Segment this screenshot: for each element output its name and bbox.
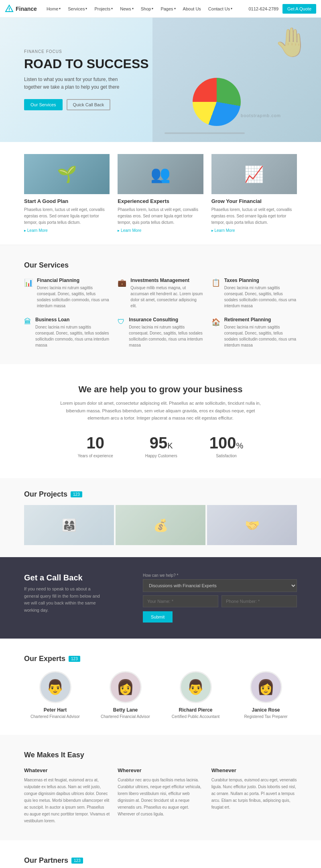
investments-icon: 💼 — [118, 278, 126, 309]
get-quote-button[interactable]: Get A Quote — [282, 4, 316, 14]
feature-card: 📈 Grow Your Financial Phasellus lorem, l… — [211, 154, 297, 233]
project-image-2: 💰 — [116, 505, 205, 545]
nav-links: Home ▾ Services ▾ Projects ▾ News ▾ Shop… — [43, 5, 249, 13]
nav-news[interactable]: News ▾ — [117, 5, 137, 13]
easy-grid: Whatever Maecenas et est feugiat, euismo… — [24, 767, 297, 824]
callback-description: If you need to speak to us about a gener… — [24, 586, 104, 614]
nav-pages[interactable]: Pages ▾ — [157, 5, 179, 13]
finance-icon: 💰 — [153, 518, 168, 532]
logo-icon — [5, 4, 14, 13]
service-desc-5: Donec lacinia mi rutrum sagittis consequ… — [129, 324, 203, 348]
projects-icon: 123 — [71, 491, 82, 497]
hero-decoration — [165, 132, 245, 134]
service-desc-2: Quisque mllib metus magna, ut accumsan e… — [130, 285, 203, 309]
expert-photo-4: 👩 — [257, 679, 275, 696]
service-desc-1: Donec lacinia mi rutrum sagittis consequ… — [37, 285, 110, 309]
callback-left: Get a Call Back If you need to speak to … — [24, 573, 127, 614]
expert-avatar-2: 👩 — [110, 671, 142, 703]
nav-right: 0112-624-2789 Get A Quote — [248, 4, 316, 14]
insurance-icon: 🛡 — [118, 318, 125, 348]
nav-shop[interactable]: Shop ▾ — [138, 5, 157, 13]
callback-submit-button[interactable]: Submit — [143, 611, 173, 623]
services-title: Our Services — [24, 261, 297, 270]
nav-projects[interactable]: Projects ▾ — [91, 5, 116, 13]
stat-item: 100% Satisfaction — [209, 434, 244, 458]
easy-col-desc-1: Maecenas et est feugiat, euismod arcu at… — [24, 777, 110, 824]
feature-image-1: 🌱 — [24, 154, 110, 194]
service-title-5: Insurance Consulting — [129, 317, 203, 322]
expert-card-3: 👨 Richard Pierce Certified Public Accoun… — [165, 671, 227, 719]
business-loan-icon: 🏛 — [24, 318, 31, 348]
stat-label-3: Satisfaction — [209, 454, 244, 458]
project-image-1: 👨‍👩‍👧 — [24, 505, 114, 545]
expert-role-1: Chartered Financial Advisor — [24, 714, 86, 719]
features-section: 🌱 Start A Good Plan Phasellus lorem, luc… — [0, 142, 321, 245]
chevron-icon: ▾ — [231, 7, 232, 10]
callback-name-input[interactable] — [143, 595, 218, 607]
callback-service-select[interactable]: Discussions with Financial Experts — [143, 579, 297, 592]
chevron-icon: ▾ — [152, 7, 153, 10]
expert-photo-1: 👨 — [46, 679, 64, 696]
site-logo[interactable]: Finance — [5, 4, 37, 13]
expert-card-4: 👩 Janice Rose Registered Tax Preparer — [235, 671, 297, 719]
expert-card-2: 👩 Betty Lane Chartered Financial Advisor — [94, 671, 156, 719]
plant-icon: 🌱 — [57, 165, 77, 184]
expert-photo-2: 👩 — [116, 679, 134, 696]
service-title-3: Taxes Planning — [224, 278, 297, 283]
hero-title: ROAD TO SUCCESS — [24, 57, 297, 71]
feature-desc-3: Phasellus lorem, luctus ut velit eget, c… — [211, 207, 297, 226]
expert-role-2: Chartered Financial Advisor — [94, 714, 156, 719]
stat-item: 10 Years of experience — [78, 434, 113, 458]
stat-label-1: Years of experience — [78, 454, 113, 458]
easy-title: We Makes It Easy — [24, 751, 297, 759]
nav-home[interactable]: Home ▾ — [43, 5, 64, 13]
callback-section: Get a Call Back If you need to speak to … — [0, 557, 321, 639]
feature-link-2[interactable]: ▸ Learn More — [118, 228, 203, 233]
hero-content: FINANCE FOCUS ROAD TO SUCCESS Listen to … — [0, 33, 321, 127]
our-services-button[interactable]: Our Services — [24, 99, 63, 110]
projects-grid: 👨‍👩‍👧 💰 🤝 — [24, 505, 297, 545]
partners-section: Our Partners 123 ⬡ envato ◈ EXCHANGE ◎ A… — [0, 840, 321, 868]
feature-link-3[interactable]: ▸ Learn More — [211, 228, 297, 233]
stats-section: We are help you to grow your business Lo… — [0, 364, 321, 478]
nav-services[interactable]: Services ▾ — [65, 5, 90, 13]
quick-callback-button[interactable]: Quick Call Back — [67, 99, 111, 110]
handshake-icon: 🤝 — [245, 518, 260, 532]
service-item: 📊 Financial Planning Donec lacinia mi ru… — [24, 278, 110, 309]
nav-contact[interactable]: Contact Us ▾ — [205, 5, 236, 13]
hero-subtitle: FINANCE FOCUS — [24, 49, 297, 54]
experts-grid: 👨 Peter Hart Chartered Financial Advisor… — [24, 671, 297, 719]
service-item: 🛡 Insurance Consulting Donec lacinia mi … — [118, 317, 203, 348]
hero-description: Listen to what you want for your future,… — [24, 76, 136, 91]
service-title-4: Business Loan — [35, 317, 110, 322]
taxes-icon: 📋 — [211, 278, 220, 309]
easy-col-desc-2: Curabitur nec arcu quis facilisis metus … — [118, 777, 203, 817]
expert-name-1: Peter Hart — [24, 707, 86, 713]
service-title-2: Investments Management — [130, 278, 203, 283]
financial-planning-icon: 📊 — [24, 278, 33, 309]
projects-section: Our Projects 123 👨‍👩‍👧 💰 🤝 — [0, 478, 321, 557]
service-item: 🏛 Business Loan Donec lacinia mi rutrum … — [24, 317, 110, 348]
easy-section: We Makes It Easy Whatever Maecenas et es… — [0, 735, 321, 840]
chevron-icon: ▾ — [111, 7, 113, 10]
nav-about[interactable]: About Us — [180, 5, 204, 13]
feature-link-1[interactable]: ▸ Learn More — [24, 228, 110, 233]
callback-title: Get a Call Back — [24, 573, 127, 582]
easy-col-3: Whenever Curabitur tempus, euismod arcu … — [211, 767, 297, 824]
callback-phone-input[interactable] — [221, 595, 297, 607]
callback-help-label: How can we help? * — [143, 573, 297, 578]
stat-number-3: 100% — [209, 434, 244, 452]
project-image-3: 🤝 — [207, 505, 297, 545]
easy-col-1: Whatever Maecenas et est feugiat, euismo… — [24, 767, 110, 824]
services-section: Our Services 📊 Financial Planning Donec … — [0, 245, 321, 364]
feature-image-3: 📈 — [211, 154, 297, 194]
partners-header: Our Partners 123 — [24, 856, 297, 865]
hero-section: FINANCE FOCUS ROAD TO SUCCESS Listen to … — [0, 18, 321, 142]
expert-avatar-3: 👨 — [180, 671, 212, 703]
experts-title: Our Experts — [24, 655, 65, 663]
callback-right: How can we help? * Discussions with Fina… — [143, 573, 297, 623]
expert-card-1: 👨 Peter Hart Chartered Financial Advisor — [24, 671, 86, 719]
expert-name-4: Janice Rose — [235, 707, 297, 713]
feature-title-3: Grow Your Financial — [211, 198, 297, 204]
feature-title-1: Start A Good Plan — [24, 198, 110, 204]
